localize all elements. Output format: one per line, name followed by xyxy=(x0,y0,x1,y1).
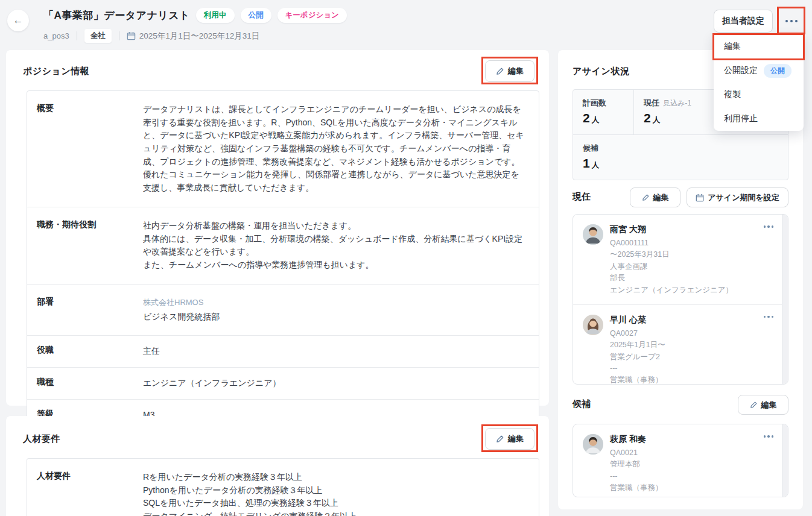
ellipsis-icon xyxy=(772,316,774,318)
stat-unit: 人 xyxy=(592,161,600,169)
stat-current: 現任 見込み-1 2人 xyxy=(634,90,701,134)
edit-label: 編集 xyxy=(508,66,524,77)
assignee-settings-label: 担当者設定 xyxy=(722,16,764,27)
assignee-settings-button[interactable]: 担当者設定 xyxy=(714,10,773,33)
row-value: データアナリストは、課長としてインフラエンジニアのチームリーダーを担い、ビジネス… xyxy=(143,91,539,207)
member-name: 雨宮 大翔 xyxy=(610,224,733,235)
requirements-card: 人材要件 編集 人材要件 Rを用いたデータ分析の実務経験３年以上 Pythonを… xyxy=(6,416,549,516)
stat-planned: 計画数 2人 xyxy=(573,90,634,134)
assign-period-button[interactable]: アサイン期間を設定 xyxy=(687,187,788,207)
member-name: 早川 心菜 xyxy=(610,315,665,326)
member-card: 萩原 和奏 QA0021 管理本部 --- 営業職（事務） xyxy=(573,424,788,497)
table-row: 部署 株式会社HRMOS ビジネス開発統括部 xyxy=(27,285,539,336)
ellipsis-icon xyxy=(795,20,798,22)
back-arrow-icon: ← xyxy=(13,14,24,27)
candidate-section-title: 候補 xyxy=(573,398,591,410)
ellipsis-icon xyxy=(767,435,770,438)
member-more-button[interactable] xyxy=(764,316,774,318)
current-edit-button[interactable]: 編集 xyxy=(630,187,680,207)
table-row: 概要 データアナリストは、課長としてインフラエンジニアのチームリーダーを担い、ビ… xyxy=(27,91,539,207)
assignment-title: アサイン状況 xyxy=(573,66,629,77)
row-value: 社内データ分析基盤の構築・運用を担当いただきます。 具体的には、データ収集・加工… xyxy=(143,207,539,284)
department-name: ビジネス開発統括部 xyxy=(143,312,220,321)
page-title: 「A事業部」データアナリスト xyxy=(43,8,190,22)
edit-label: 編集 xyxy=(761,400,777,411)
row-value: 主任 xyxy=(143,336,539,367)
current-member-list: 雨宮 大翔 QA0001111 〜2025年3月31日 人事企画課 部長 エンジ… xyxy=(573,214,788,385)
stat-unit: 人 xyxy=(653,116,661,124)
row-value: 株式会社HRMOS ビジネス開発統括部 xyxy=(143,285,539,336)
row-label: 職務・期待役割 xyxy=(27,207,143,284)
header: 「A事業部」データアナリスト 利用中 公開 キーポジション xyxy=(43,8,347,23)
requirements-title: 人材要件 xyxy=(23,433,60,445)
requirements-table: 人材要件 Rを用いたデータ分析の実務経験３年以上 Pythonを用いたデータ分析… xyxy=(27,458,539,516)
stat-candidate: 候補 1人 xyxy=(573,135,788,180)
row-label: 職種 xyxy=(27,368,143,399)
table-row: 役職 主任 xyxy=(27,336,539,368)
row-label: 人材要件 xyxy=(27,459,143,516)
stat-planned-value: 2 xyxy=(583,111,590,125)
member-card: 雨宮 大翔 QA0001111 〜2025年3月31日 人事企画課 部長 エンジ… xyxy=(573,215,788,304)
row-label: 部署 xyxy=(27,285,143,336)
pencil-icon xyxy=(496,435,504,443)
pencil-icon xyxy=(496,67,504,75)
avatar xyxy=(583,315,603,335)
calendar-icon xyxy=(127,31,136,40)
stat-candidate-value: 1 xyxy=(583,156,590,170)
back-button[interactable]: ← xyxy=(7,10,29,31)
ellipsis-icon xyxy=(764,435,766,438)
assign-period-label: アサイン期間を設定 xyxy=(708,192,779,203)
member-more-button[interactable] xyxy=(764,435,774,438)
page: ← 「A事業部」データアナリスト 利用中 公開 キーポジション a_pos3 全… xyxy=(0,0,812,516)
row-value: Rを用いたデータ分析の実務経験３年以上 Pythonを用いたデータ分析の実務経験… xyxy=(143,459,539,516)
edit-label: 編集 xyxy=(653,192,669,203)
row-label: 概要 xyxy=(27,91,143,207)
ellipsis-icon xyxy=(764,225,766,228)
menu-item-suspend-label: 利用停止 xyxy=(724,113,758,124)
ellipsis-icon xyxy=(790,20,793,22)
scrollbar[interactable] xyxy=(782,424,788,497)
menu-item-edit[interactable]: 編集 xyxy=(714,34,804,58)
avatar xyxy=(583,224,603,245)
member-details: QA0001111 〜2025年3月31日 人事企画課 部長 エンジニア（インフ… xyxy=(610,238,733,296)
candidate-edit-button[interactable]: 編集 xyxy=(738,395,788,415)
stat-candidate-label: 候補 xyxy=(583,143,778,154)
table-row: 人材要件 Rを用いたデータ分析の実務経験３年以上 Pythonを用いたデータ分析… xyxy=(27,459,539,516)
avatar xyxy=(583,434,603,455)
menu-item-publish-label: 公開設定 xyxy=(724,65,758,76)
member-details: QA0027 2025年1月1日〜 営業グループ2 --- 営業職（事務） xyxy=(610,328,665,385)
divider xyxy=(77,31,77,40)
scope-badge: 全社 xyxy=(84,29,112,43)
period-text: 2025年1月1日〜2025年12月31日 xyxy=(139,31,260,42)
current-section-title: 現任 xyxy=(573,191,591,203)
row-value: エンジニア（インフラエンジニア） xyxy=(143,368,539,399)
requirements-edit-button[interactable]: 編集 xyxy=(485,428,534,450)
table-row: 職種 エンジニア（インフラエンジニア） xyxy=(27,368,539,400)
menu-item-publish-setting[interactable]: 公開設定 公開 xyxy=(714,58,804,83)
position-info-edit-button[interactable]: 編集 xyxy=(485,60,534,82)
more-menu-button[interactable] xyxy=(780,10,803,32)
menu-item-edit-label: 編集 xyxy=(724,41,741,52)
ellipsis-icon xyxy=(772,435,774,438)
stat-current-note: 見込み-1 xyxy=(663,98,691,109)
ellipsis-icon xyxy=(772,225,774,228)
scrollbar[interactable] xyxy=(782,215,788,384)
company-link[interactable]: 株式会社HRMOS xyxy=(143,297,524,309)
stat-planned-label: 計画数 xyxy=(583,98,624,109)
position-info-card: ポジション情報 編集 概要 データアナリストは、課長としてインフラエンジニアのチ… xyxy=(6,50,549,406)
status-badge-public: 公開 xyxy=(241,8,271,23)
context-menu: 編集 公開設定 公開 複製 利用停止 xyxy=(714,34,804,131)
position-code: a_pos3 xyxy=(43,31,69,40)
member-more-button[interactable] xyxy=(764,225,774,228)
position-info-table: 概要 データアナリストは、課長としてインフラエンジニアのチームリーダーを担い、ビ… xyxy=(27,90,539,431)
menu-item-duplicate[interactable]: 複製 xyxy=(714,83,804,107)
row-label: 役職 xyxy=(27,336,143,367)
table-row: 職務・期待役割 社内データ分析基盤の構築・運用を担当いただきます。 具体的には、… xyxy=(27,207,539,285)
calendar-icon xyxy=(696,194,704,202)
menu-item-suspend[interactable]: 利用停止 xyxy=(714,107,804,131)
stat-current-value: 2 xyxy=(644,111,651,125)
stat-unit: 人 xyxy=(592,116,600,124)
status-badge-active: 利用中 xyxy=(196,8,235,23)
position-info-title: ポジション情報 xyxy=(23,66,89,77)
menu-item-duplicate-label: 複製 xyxy=(724,89,741,100)
